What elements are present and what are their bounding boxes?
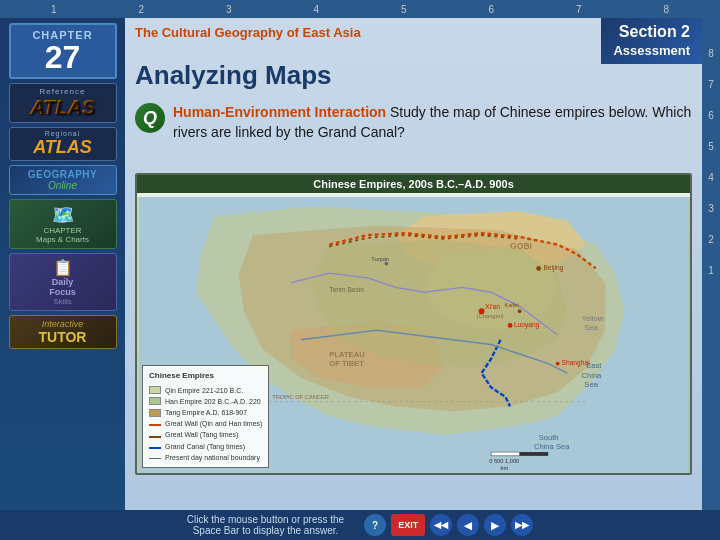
page-title: Analyzing Maps — [135, 60, 572, 91]
num-2: 2 — [138, 4, 144, 15]
legend-line-boundary — [149, 458, 161, 459]
chapter-title: The Cultural Geography of East Asia — [125, 18, 582, 46]
svg-point-3 — [536, 266, 541, 271]
interactive-label: Interactive — [12, 319, 114, 329]
xian-label: Xi'an — [485, 303, 500, 310]
top-number-bar: 1 2 3 4 5 6 7 8 — [0, 0, 720, 18]
chapter-title-text: The Cultural Geography of East Asia — [135, 25, 361, 40]
turpan-label: Turpan — [371, 256, 389, 262]
sidebar-item-chapter-maps[interactable]: 🗺️ CHAPTERMaps & Charts — [9, 199, 117, 249]
legend-great-wall-tang: Great Wall (Tang times) — [149, 429, 262, 440]
reference-label: Reference — [13, 87, 113, 96]
help-button[interactable]: ? — [364, 514, 386, 536]
num-4: 4 — [313, 4, 319, 15]
question-icon: Q — [135, 103, 165, 133]
maps-chart-icon: 🗺️ — [12, 204, 114, 226]
nav-first-button[interactable]: ◀◀ — [430, 514, 452, 536]
num-3: 3 — [226, 4, 232, 15]
map-body: GOBI PLATEAU OF TIBET East China Sea Sou… — [137, 197, 690, 473]
atlas-label-2: ATLAS — [12, 137, 114, 158]
legend-line-canal — [149, 447, 161, 449]
svg-rect-9 — [491, 452, 520, 456]
maps-label: CHAPTERMaps & Charts — [12, 226, 114, 244]
bottom-bar: Click the mouse button or press the Spac… — [0, 510, 720, 540]
map-container: Chinese Empires, 200s B.C.–A.D. 900s GOB… — [135, 173, 692, 475]
num-7: 7 — [576, 4, 582, 15]
legend-tang: Tang Empire A.D. 618-907 — [149, 407, 262, 418]
legend-title: Chinese Empires — [149, 370, 262, 383]
nav-last-button[interactable]: ▶▶ — [511, 514, 533, 536]
scale-label: 0 500 1,000 — [489, 458, 519, 464]
tutor-label: TUTOR — [12, 329, 114, 345]
assessment-label: Assessment — [613, 43, 690, 60]
num-1: 1 — [51, 4, 57, 15]
east-china-sea-label2: China — [581, 371, 602, 380]
changan-label: (Changan) — [477, 313, 504, 319]
svg-point-6 — [556, 362, 560, 366]
nav-next-button[interactable]: ▶ — [484, 514, 506, 536]
question-text: Human-Environment Interaction Study the … — [173, 103, 692, 142]
focus-label: Focus — [12, 287, 114, 297]
nav-prev-button[interactable]: ◀ — [457, 514, 479, 536]
exit-button[interactable]: EXIT — [391, 514, 425, 536]
legend-color-han — [149, 397, 161, 405]
chapter-number: 27 — [13, 41, 113, 73]
bottom-instruction: Click the mouse button or press the Spac… — [187, 514, 344, 536]
map-title: Chinese Empires, 200s B.C.–A.D. 900s — [137, 175, 690, 193]
regional-label: Regional — [12, 130, 114, 137]
question-area: Q Human-Environment Interaction Study th… — [135, 103, 692, 142]
question-highlight: Human-Environment Interaction — [173, 104, 386, 120]
tarim-label: Tarim Basin — [329, 286, 364, 293]
num-6: 6 — [488, 4, 494, 15]
sidebar-item-regional-atlas[interactable]: Regional ATLAS — [9, 127, 117, 161]
sidebar-item-interactive-tutor[interactable]: Interactive TUTOR — [9, 315, 117, 349]
legend-line-wall-tang — [149, 436, 161, 438]
shanghai-label: Shanghai — [561, 359, 590, 367]
right-number-bar: 8 7 6 5 4 3 2 1 — [702, 18, 720, 510]
legend-color-tang — [149, 409, 161, 417]
focus-icon: 📋 — [12, 258, 114, 277]
legend-great-wall-qin: Great Wall (Qin and Han times) — [149, 418, 262, 429]
tropic-label: TROPIC OF CANCER — [272, 394, 329, 400]
chapter-box: CHAPTER 27 — [9, 23, 117, 79]
kaifeng-label: Kaifei — [504, 302, 518, 308]
bottom-buttons: ? EXIT ◀◀ ◀ ▶ ▶▶ — [364, 514, 533, 536]
svg-point-2 — [508, 323, 513, 328]
sidebar-item-geography-online[interactable]: GEOGRAPHY Online — [9, 165, 117, 195]
atlas-label-1: ATLAS — [13, 96, 113, 119]
luoyang-label: Luoyang — [514, 321, 540, 329]
legend-boundary: Present day national boundary — [149, 452, 262, 463]
sidebar-item-daily-focus[interactable]: 📋 Daily Focus Skills — [9, 253, 117, 311]
instruction-line1: Click the mouse button or press the — [187, 514, 344, 525]
sidebar-item-reference-atlas[interactable]: Reference ATLAS — [9, 83, 117, 123]
legend-grand-canal: Grand Canal (Tang times) — [149, 441, 262, 452]
map-legend: Chinese Empires Qin Empire 221-210 B.C. … — [142, 365, 269, 468]
geo-label: GEOGRAPHY — [12, 169, 114, 180]
daily-label: Daily — [12, 277, 114, 287]
south-china-sea-label: South — [539, 433, 559, 442]
num-8: 8 — [663, 4, 669, 15]
main-content: The Cultural Geography of East Asia Sect… — [125, 18, 702, 510]
south-china-sea-label2: China Sea — [534, 442, 570, 451]
num-5: 5 — [401, 4, 407, 15]
svg-point-4 — [518, 309, 522, 313]
section-header: Section 2 Assessment — [601, 18, 702, 64]
beijing-label: Beijing — [543, 264, 563, 272]
skills-label: Skills — [12, 297, 114, 306]
east-china-sea-label3: Sea — [584, 380, 598, 389]
legend-color-qin — [149, 386, 161, 394]
online-label: Online — [12, 180, 114, 191]
legend-line-wall-qin — [149, 424, 161, 426]
instruction-line2: Space Bar to display the answer. — [193, 525, 339, 536]
svg-point-5 — [384, 262, 388, 266]
legend-qin: Qin Empire 221-210 B.C. — [149, 385, 262, 396]
section-number: Section 2 — [613, 22, 690, 43]
scale-km-label: km — [501, 465, 509, 471]
left-sidebar: CHAPTER 27 Reference ATLAS Regional ATLA… — [0, 18, 125, 510]
legend-han: Han Empire 202 B.C.-A.D. 220 — [149, 396, 262, 407]
